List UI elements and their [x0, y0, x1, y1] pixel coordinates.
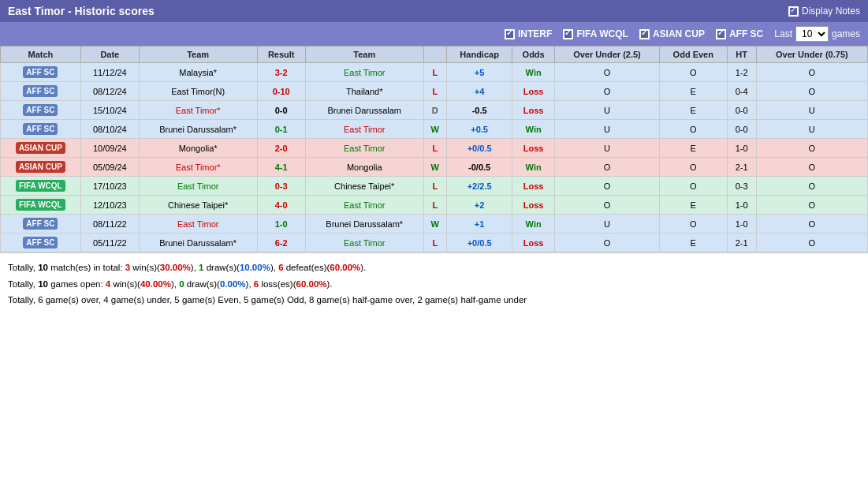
asian-cup-label: ASIAN CUP	[653, 28, 705, 39]
col-odds: Odds	[512, 47, 555, 63]
cell-odds: Loss	[512, 139, 555, 158]
cell-odds: Win	[512, 215, 555, 234]
interf-filter[interactable]: INTERF	[505, 28, 552, 39]
summary-line2: Totally, 10 games open: 4 win(s)(40.00%)…	[8, 276, 860, 293]
display-notes-toggle[interactable]: Display Notes	[788, 6, 860, 17]
filter-bar: INTERF FIFA WCQL ASIAN CUP AFF SC Last 1…	[0, 22, 868, 46]
col-ou075: Over Under (0.75)	[756, 47, 867, 63]
header-title: East Timor - Historic scores	[8, 5, 155, 17]
fifa-wcql-filter[interactable]: FIFA WCQL	[563, 28, 628, 39]
cell-ou25: O	[555, 196, 660, 215]
cell-ou25: U	[555, 215, 660, 234]
cell-result: 3-2	[257, 63, 305, 82]
cell-wdl: L	[423, 139, 446, 158]
cell-odds: Win	[512, 120, 555, 139]
cell-oddeven: O	[659, 177, 727, 196]
cell-ht: 2-1	[727, 158, 756, 177]
display-notes-checkbox-icon[interactable]	[788, 6, 799, 17]
cell-wdl: L	[423, 177, 446, 196]
cell-match: ASIAN CUP	[1, 158, 81, 177]
match-badge: AFF SC	[23, 66, 58, 78]
cell-team2: East Timor	[305, 139, 423, 158]
cell-ou25: U	[555, 139, 660, 158]
cell-result: 4-1	[257, 158, 305, 177]
cell-match: AFF SC	[1, 215, 81, 234]
cell-oddeven: O	[659, 63, 727, 82]
table-row: ASIAN CUP10/09/24Mongolia*2-0East TimorL…	[1, 139, 868, 158]
aff-sc-checkbox[interactable]	[716, 29, 726, 39]
col-match: Match	[1, 47, 81, 63]
cell-match: FIFA WCQL	[1, 177, 81, 196]
cell-result: 1-0	[257, 215, 305, 234]
table-row: AFF SC08/11/22East Timor1-0Brunei Daruss…	[1, 215, 868, 234]
interf-checkbox[interactable]	[505, 29, 515, 39]
cell-ou25: U	[555, 101, 660, 120]
cell-wdl: W	[423, 215, 446, 234]
cell-team1: East Timor*	[139, 158, 257, 177]
cell-date: 08/12/24	[80, 82, 139, 101]
col-ou25: Over Under (2.5)	[555, 47, 660, 63]
asian-cup-filter[interactable]: ASIAN CUP	[639, 28, 705, 39]
match-badge: ASIAN CUP	[16, 142, 65, 154]
cell-result: 2-0	[257, 139, 305, 158]
cell-wdl: W	[423, 158, 446, 177]
match-badge: AFF SC	[23, 218, 58, 230]
cell-odds: Loss	[512, 177, 555, 196]
col-ht: HT	[727, 47, 756, 63]
cell-odds: Win	[512, 63, 555, 82]
col-oddeven: Odd Even	[659, 47, 727, 63]
cell-result: 6-2	[257, 234, 305, 252]
cell-ht: 1-0	[727, 139, 756, 158]
table-row: AFF SC05/11/22Brunei Darussalam*6-2East …	[1, 234, 868, 252]
last-games-select[interactable]: 10 5 15 20 All	[795, 26, 829, 42]
cell-team2: Brunei Darussalam	[305, 101, 423, 120]
cell-team2: Brunei Darussalam*	[305, 215, 423, 234]
cell-ou25: O	[555, 158, 660, 177]
col-team1: Team	[139, 47, 257, 63]
cell-handicap: +2	[447, 196, 512, 215]
cell-oddeven: O	[659, 158, 727, 177]
cell-match: FIFA WCQL	[1, 196, 81, 215]
cell-odds: Loss	[512, 101, 555, 120]
table-row: AFF SC15/10/24East Timor*0-0Brunei Darus…	[1, 101, 868, 120]
cell-team1: Malaysia*	[139, 63, 257, 82]
cell-team1: Brunei Darussalam*	[139, 120, 257, 139]
fifa-wcql-checkbox[interactable]	[563, 29, 573, 39]
aff-sc-filter[interactable]: AFF SC	[716, 28, 763, 39]
cell-oddeven: O	[659, 215, 727, 234]
cell-result: 0-3	[257, 177, 305, 196]
cell-odds: Loss	[512, 196, 555, 215]
cell-match: AFF SC	[1, 101, 81, 120]
cell-match: AFF SC	[1, 120, 81, 139]
cell-team1: Brunei Darussalam*	[139, 234, 257, 252]
cell-oddeven: E	[659, 234, 727, 252]
cell-result: 0-0	[257, 101, 305, 120]
cell-handicap: +5	[447, 63, 512, 82]
match-badge: AFF SC	[23, 85, 58, 97]
match-badge: AFF SC	[23, 104, 58, 116]
cell-date: 05/11/22	[80, 234, 139, 252]
last-games-control: Last 10 5 15 20 All games	[774, 26, 860, 42]
match-badge: AFF SC	[23, 123, 58, 135]
cell-team2: Thailand*	[305, 82, 423, 101]
cell-handicap: +0.5	[447, 120, 512, 139]
cell-ou075: U	[756, 101, 867, 120]
cell-oddeven: E	[659, 196, 727, 215]
asian-cup-checkbox[interactable]	[639, 29, 650, 39]
cell-team2: East Timor	[305, 120, 423, 139]
cell-ht: 1-2	[727, 63, 756, 82]
cell-handicap: +2/2.5	[447, 177, 512, 196]
cell-wdl: L	[423, 63, 446, 82]
cell-match: AFF SC	[1, 234, 81, 252]
header-right: Display Notes	[788, 6, 860, 17]
cell-wdl: W	[423, 120, 446, 139]
cell-date: 11/12/24	[80, 63, 139, 82]
aff-sc-label: AFF SC	[729, 28, 763, 39]
cell-ht: 1-0	[727, 196, 756, 215]
cell-match: ASIAN CUP	[1, 139, 81, 158]
cell-wdl: D	[423, 101, 446, 120]
cell-ou25: U	[555, 120, 660, 139]
cell-oddeven: E	[659, 82, 727, 101]
cell-ou075: O	[756, 158, 867, 177]
cell-odds: Win	[512, 158, 555, 177]
